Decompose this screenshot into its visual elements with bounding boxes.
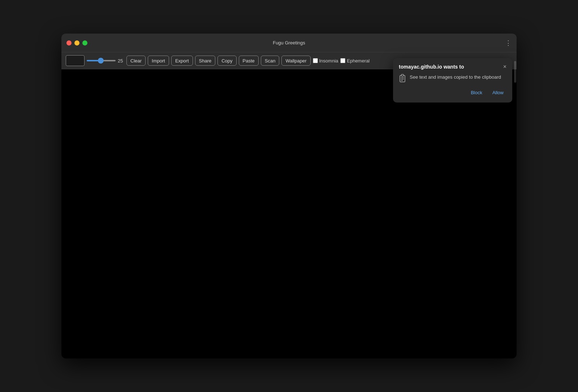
insomnia-text: Insomnia	[319, 58, 338, 64]
popup-title: tomayac.github.io wants to	[399, 64, 464, 70]
traffic-lights	[66, 40, 87, 45]
close-button[interactable]	[66, 40, 72, 45]
clear-button[interactable]: Clear	[126, 56, 146, 66]
popup-close-button[interactable]: ×	[503, 64, 506, 70]
clipboard-icon	[399, 74, 406, 83]
minimize-button[interactable]	[74, 40, 79, 45]
import-button[interactable]: Import	[148, 56, 169, 66]
svg-rect-1	[401, 74, 404, 76]
maximize-button[interactable]	[82, 40, 87, 45]
wallpaper-button[interactable]: Wallpaper	[281, 56, 310, 66]
copy-button[interactable]: Copy	[217, 56, 236, 66]
window-title: Fugu Greetings	[273, 40, 305, 45]
insomnia-checkbox[interactable]	[313, 58, 318, 63]
color-swatch[interactable]	[66, 55, 85, 66]
more-options-button[interactable]: ⋮	[505, 39, 512, 47]
popup-actions: Block Allow	[399, 88, 506, 97]
paste-button[interactable]: Paste	[239, 56, 259, 66]
slider-container: 25	[87, 58, 124, 64]
ephemeral-checkbox[interactable]	[340, 58, 345, 63]
slider-value: 25	[118, 58, 124, 64]
insomnia-label[interactable]: Insomnia	[313, 58, 338, 64]
share-button[interactable]: Share	[195, 56, 216, 66]
popup-body: See text and images copied to the clipbo…	[399, 74, 506, 83]
export-button[interactable]: Export	[171, 56, 193, 66]
clipboard-permission-popup: tomayac.github.io wants to × See text an…	[393, 58, 512, 103]
title-bar: Fugu Greetings ⋮	[61, 34, 517, 52]
more-icon: ⋮	[505, 39, 512, 47]
scrollbar-track[interactable]	[514, 52, 517, 358]
allow-button[interactable]: Allow	[489, 88, 506, 97]
scrollbar-thumb[interactable]	[514, 61, 516, 83]
popup-message: See text and images copied to the clipbo…	[410, 74, 501, 80]
canvas-area[interactable]	[61, 69, 517, 358]
ephemeral-text: Ephemeral	[347, 58, 370, 64]
brush-size-slider[interactable]	[87, 60, 116, 61]
scan-button[interactable]: Scan	[261, 56, 280, 66]
popup-header: tomayac.github.io wants to ×	[399, 64, 506, 70]
app-window: Fugu Greetings ⋮ 25 Clear Import Export …	[61, 34, 517, 358]
ephemeral-label[interactable]: Ephemeral	[340, 58, 370, 64]
block-button[interactable]: Block	[468, 88, 485, 97]
